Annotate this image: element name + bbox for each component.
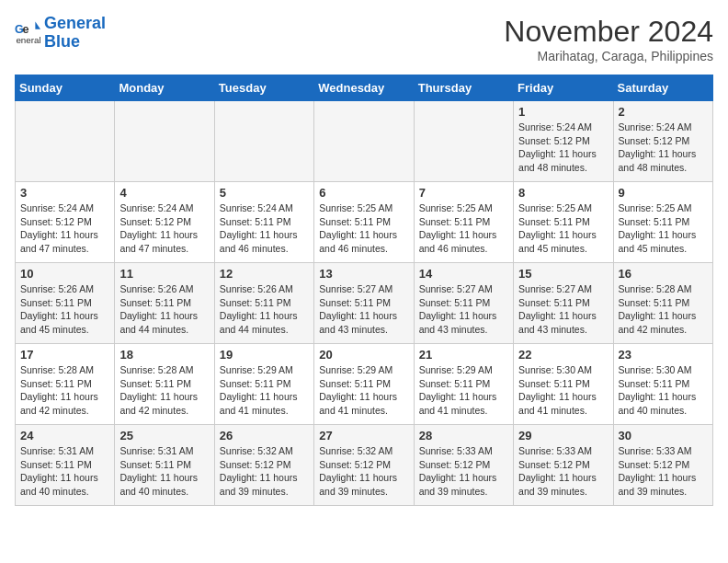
title-block: November 2024 Marihatag, Caraga, Philipp… (504, 15, 713, 63)
calendar-cell: 16Sunrise: 5:28 AMSunset: 5:11 PMDayligh… (613, 263, 712, 344)
page-header: G e eneral GeneralBlue November 2024 Mar… (15, 15, 713, 63)
day-info: Sunrise: 5:26 AMSunset: 5:11 PMDaylight:… (119, 282, 209, 337)
calendar-cell: 22Sunrise: 5:30 AMSunset: 5:11 PMDayligh… (514, 344, 613, 425)
logo: G e eneral GeneralBlue (15, 15, 106, 52)
day-number: 29 (518, 429, 608, 442)
calendar-cell: 18Sunrise: 5:28 AMSunset: 5:11 PMDayligh… (115, 344, 214, 425)
calendar-cell: 13Sunrise: 5:27 AMSunset: 5:11 PMDayligh… (314, 263, 414, 344)
day-info: Sunrise: 5:29 AMSunset: 5:11 PMDaylight:… (319, 363, 408, 418)
calendar-cell: 2Sunrise: 5:24 AMSunset: 5:12 PMDaylight… (613, 101, 712, 182)
calendar-week-4: 17Sunrise: 5:28 AMSunset: 5:11 PMDayligh… (16, 344, 713, 425)
day-info: Sunrise: 5:33 AMSunset: 5:12 PMDaylight:… (619, 444, 708, 499)
day-info: Sunrise: 5:26 AMSunset: 5:11 PMDaylight:… (20, 282, 109, 337)
day-info: Sunrise: 5:25 AMSunset: 5:11 PMDaylight:… (619, 201, 708, 256)
col-header-sunday: Sunday (16, 75, 115, 101)
day-info: Sunrise: 5:27 AMSunset: 5:11 PMDaylight:… (419, 282, 508, 337)
calendar-cell: 27Sunrise: 5:32 AMSunset: 5:12 PMDayligh… (314, 425, 414, 506)
day-info: Sunrise: 5:29 AMSunset: 5:11 PMDaylight:… (419, 363, 508, 418)
day-info: Sunrise: 5:26 AMSunset: 5:11 PMDaylight:… (220, 282, 309, 337)
calendar-cell: 19Sunrise: 5:29 AMSunset: 5:11 PMDayligh… (214, 344, 313, 425)
calendar-cell (16, 101, 115, 182)
day-info: Sunrise: 5:33 AMSunset: 5:12 PMDaylight:… (518, 444, 608, 499)
day-number: 5 (220, 186, 309, 200)
day-info: Sunrise: 5:29 AMSunset: 5:11 PMDaylight:… (220, 363, 309, 418)
day-number: 7 (419, 186, 508, 200)
day-info: Sunrise: 5:24 AMSunset: 5:12 PMDaylight:… (518, 121, 608, 175)
day-number: 6 (319, 186, 408, 200)
svg-text:eneral: eneral (16, 35, 40, 45)
month-title: November 2024 (504, 15, 713, 49)
day-number: 28 (419, 429, 508, 442)
day-number: 25 (119, 429, 209, 442)
calendar-cell: 26Sunrise: 5:32 AMSunset: 5:12 PMDayligh… (214, 425, 313, 506)
calendar-week-3: 10Sunrise: 5:26 AMSunset: 5:11 PMDayligh… (16, 263, 713, 344)
day-number: 24 (20, 429, 109, 442)
col-header-tuesday: Tuesday (214, 75, 313, 101)
day-info: Sunrise: 5:27 AMSunset: 5:11 PMDaylight:… (518, 282, 608, 337)
calendar-cell: 6Sunrise: 5:25 AMSunset: 5:11 PMDaylight… (314, 182, 414, 263)
calendar-cell: 1Sunrise: 5:24 AMSunset: 5:12 PMDaylight… (514, 101, 613, 182)
day-info: Sunrise: 5:24 AMSunset: 5:11 PMDaylight:… (220, 201, 309, 256)
day-number: 27 (319, 429, 408, 442)
day-info: Sunrise: 5:25 AMSunset: 5:11 PMDaylight:… (319, 201, 408, 256)
day-number: 15 (518, 267, 608, 281)
col-header-saturday: Saturday (613, 75, 712, 101)
day-number: 3 (20, 186, 109, 200)
svg-marker-3 (35, 21, 40, 29)
day-number: 17 (20, 348, 109, 362)
day-info: Sunrise: 5:25 AMSunset: 5:11 PMDaylight:… (518, 201, 608, 256)
day-info: Sunrise: 5:28 AMSunset: 5:11 PMDaylight:… (20, 363, 109, 418)
day-number: 16 (619, 267, 708, 281)
col-header-monday: Monday (115, 75, 214, 101)
day-info: Sunrise: 5:30 AMSunset: 5:11 PMDaylight:… (619, 363, 708, 418)
location-subtitle: Marihatag, Caraga, Philippines (504, 49, 713, 63)
day-info: Sunrise: 5:31 AMSunset: 5:11 PMDaylight:… (20, 444, 109, 499)
calendar-week-1: 1Sunrise: 5:24 AMSunset: 5:12 PMDaylight… (16, 101, 713, 182)
day-number: 10 (20, 267, 109, 281)
day-info: Sunrise: 5:28 AMSunset: 5:11 PMDaylight:… (619, 282, 708, 337)
calendar-cell: 29Sunrise: 5:33 AMSunset: 5:12 PMDayligh… (514, 425, 613, 506)
day-number: 13 (319, 267, 408, 281)
calendar-cell: 30Sunrise: 5:33 AMSunset: 5:12 PMDayligh… (613, 425, 712, 506)
day-number: 23 (619, 348, 708, 362)
calendar-cell: 15Sunrise: 5:27 AMSunset: 5:11 PMDayligh… (514, 263, 613, 344)
calendar-cell: 23Sunrise: 5:30 AMSunset: 5:11 PMDayligh… (613, 344, 712, 425)
day-number: 26 (220, 429, 309, 442)
day-number: 20 (319, 348, 408, 362)
logo-text: GeneralBlue (44, 15, 106, 52)
day-number: 19 (220, 348, 309, 362)
calendar-cell: 5Sunrise: 5:24 AMSunset: 5:11 PMDaylight… (214, 182, 313, 263)
col-header-thursday: Thursday (414, 75, 513, 101)
calendar-week-5: 24Sunrise: 5:31 AMSunset: 5:11 PMDayligh… (16, 425, 713, 506)
day-number: 4 (119, 186, 209, 200)
calendar-cell: 7Sunrise: 5:25 AMSunset: 5:11 PMDaylight… (414, 182, 513, 263)
day-number: 18 (119, 348, 209, 362)
day-number: 11 (119, 267, 209, 281)
calendar-cell (115, 101, 214, 182)
calendar-header: SundayMondayTuesdayWednesdayThursdayFrid… (16, 75, 713, 101)
calendar-cell: 9Sunrise: 5:25 AMSunset: 5:11 PMDaylight… (613, 182, 712, 263)
day-number: 22 (518, 348, 608, 362)
day-info: Sunrise: 5:24 AMSunset: 5:12 PMDaylight:… (619, 121, 708, 175)
calendar-cell: 24Sunrise: 5:31 AMSunset: 5:11 PMDayligh… (16, 425, 115, 506)
day-number: 9 (619, 186, 708, 200)
day-info: Sunrise: 5:25 AMSunset: 5:11 PMDaylight:… (419, 201, 508, 256)
day-info: Sunrise: 5:24 AMSunset: 5:12 PMDaylight:… (20, 201, 109, 256)
day-info: Sunrise: 5:24 AMSunset: 5:12 PMDaylight:… (119, 201, 209, 256)
calendar-table: SundayMondayTuesdayWednesdayThursdayFrid… (15, 75, 713, 506)
day-number: 2 (619, 105, 708, 119)
svg-text:e: e (22, 23, 28, 36)
calendar-cell: 10Sunrise: 5:26 AMSunset: 5:11 PMDayligh… (16, 263, 115, 344)
day-info: Sunrise: 5:27 AMSunset: 5:11 PMDaylight:… (319, 282, 408, 337)
calendar-cell: 28Sunrise: 5:33 AMSunset: 5:12 PMDayligh… (414, 425, 513, 506)
calendar-cell: 11Sunrise: 5:26 AMSunset: 5:11 PMDayligh… (115, 263, 214, 344)
calendar-cell: 25Sunrise: 5:31 AMSunset: 5:11 PMDayligh… (115, 425, 214, 506)
day-number: 1 (518, 105, 608, 119)
calendar-cell: 12Sunrise: 5:26 AMSunset: 5:11 PMDayligh… (214, 263, 313, 344)
day-number: 12 (220, 267, 309, 281)
calendar-week-2: 3Sunrise: 5:24 AMSunset: 5:12 PMDaylight… (16, 182, 713, 263)
day-info: Sunrise: 5:32 AMSunset: 5:12 PMDaylight:… (220, 444, 309, 499)
calendar-cell: 8Sunrise: 5:25 AMSunset: 5:11 PMDaylight… (514, 182, 613, 263)
day-number: 8 (518, 186, 608, 200)
day-info: Sunrise: 5:31 AMSunset: 5:11 PMDaylight:… (119, 444, 209, 499)
